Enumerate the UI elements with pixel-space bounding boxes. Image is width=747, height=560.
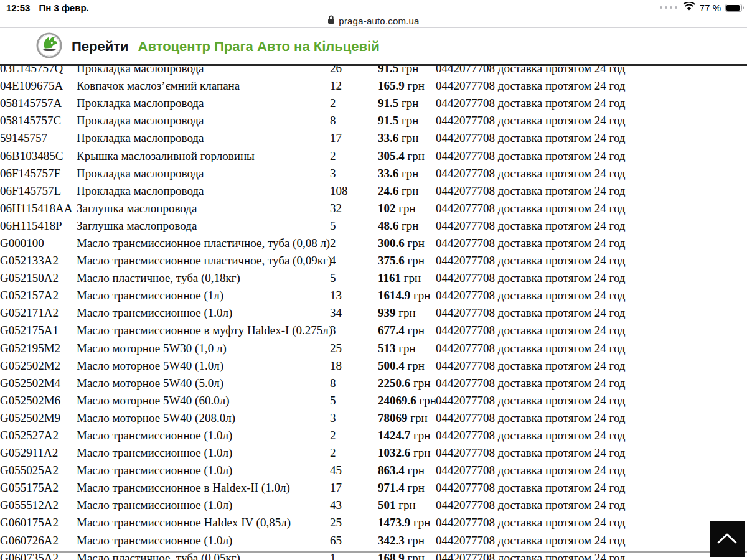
part-price: 48.6 грн <box>378 217 436 235</box>
part-delivery: 0442077708 доставка протягом 24 год <box>436 147 747 164</box>
part-code: G052502M9 <box>0 409 77 427</box>
table-row: G052175A1 Масло трансмиссионное в муфту … <box>0 322 747 339</box>
part-code: G052157A2 <box>0 287 77 304</box>
part-price: 24.6 грн <box>378 182 436 200</box>
parts-table: 03L145757Q Прокладка маслопровода 26 91.… <box>0 60 747 560</box>
part-price: 1424.7 грн <box>378 427 436 444</box>
scroll-to-top-button[interactable] <box>710 521 745 557</box>
part-delivery: 0442077708 доставка протягом 24 год <box>436 322 747 339</box>
part-code: G052502M2 <box>0 357 77 375</box>
part-price: 375.6 грн <box>378 252 436 269</box>
part-qty: 25 <box>330 514 378 531</box>
part-qty: 25 <box>330 340 378 357</box>
part-price: 300.6 грн <box>378 235 436 252</box>
part-delivery: 0442077708 доставка протягом 24 год <box>436 514 747 531</box>
part-delivery: 0442077708 доставка протягом 24 год <box>436 95 747 112</box>
part-code: 058145757C <box>0 112 77 129</box>
part-name: Масло трансмиссионное (1.0л) <box>77 532 330 549</box>
table-row: G052150A2 Масло пластичное, туба (0,18кг… <box>0 269 747 287</box>
table-row: G060726A2 Масло трансмиссионное (1.0л) 6… <box>0 532 747 549</box>
cellular-signal-icon <box>660 6 677 9</box>
part-delivery: 0442077708 доставка протягом 24 год <box>436 392 747 409</box>
part-qty: 5 <box>330 269 378 287</box>
table-row: 06B103485C Крышка маслозаливной горловин… <box>0 147 747 164</box>
table-row: G052502M9 Масло моторное 5W40 (208.0л) 3… <box>0 409 747 427</box>
part-code: G055175A2 <box>0 479 77 497</box>
part-name: Масло трансмиссионное пластичное, туба (… <box>77 252 330 269</box>
parts-table-body: 03L145757Q Прокладка маслопровода 26 91.… <box>0 60 747 560</box>
part-name: Масло трансмиссионное (1.0л) <box>77 304 330 322</box>
part-code: G060726A2 <box>0 532 77 549</box>
part-qty: 43 <box>330 497 378 514</box>
part-code: G052175A1 <box>0 322 77 339</box>
part-name: Масло трансмиссионное в Haldex-II (1.0л) <box>77 479 330 497</box>
status-date: Пн 3 февр. <box>39 2 88 13</box>
browser-address-bar[interactable]: praga-auto.com.ua <box>0 14 747 28</box>
dealer-link[interactable]: Автоцентр Прага Авто на Кільцевій <box>138 39 380 55</box>
part-code: G055512A2 <box>0 497 77 514</box>
table-row: 06H115418AA Заглушка маслопровода 32 102… <box>0 200 747 217</box>
part-price: 677.4 грн <box>378 322 436 339</box>
part-qty: 2 <box>330 444 378 462</box>
part-qty: 2 <box>330 235 378 252</box>
part-price: 78069 грн <box>378 409 436 427</box>
part-delivery: 0442077708 доставка протягом 24 год <box>436 287 747 304</box>
part-qty: 2 <box>330 147 378 164</box>
part-qty: 3 <box>330 165 378 182</box>
skoda-logo[interactable] <box>36 32 62 61</box>
part-price: 513 грн <box>378 340 436 357</box>
part-name: Масло трансмиссионное (1.0л) <box>77 427 330 444</box>
part-qty: 3 <box>330 409 378 427</box>
table-row: G052527A2 Масло трансмиссионное (1.0л) 2… <box>0 427 747 444</box>
site-header: Перейти Автоцентр Прага Авто на Кільцеві… <box>0 29 747 66</box>
status-bar: 12:53 Пн 3 февр. 77 % <box>0 0 747 14</box>
part-code: 06H115418P <box>0 217 77 235</box>
part-code: G052502M4 <box>0 375 77 392</box>
part-name: Масло трансмиссионное в муфту Haldex-I (… <box>77 322 330 339</box>
status-time: 12:53 <box>6 2 30 13</box>
part-delivery: 0442077708 доставка протягом 24 год <box>436 375 747 392</box>
part-code: 04E109675A <box>0 77 77 95</box>
part-code: G060175A2 <box>0 514 77 531</box>
part-name: Масло моторное 5W40 (60.0л) <box>77 392 330 409</box>
part-qty: 34 <box>330 304 378 322</box>
part-name: Масло моторное 5W30 (1,0 л) <box>77 340 330 357</box>
part-qty: 8 <box>330 112 378 129</box>
part-name: Масло моторное 5W40 (1.0л) <box>77 357 330 375</box>
table-row: G000100 Масло трансмиссионное пластичное… <box>0 235 747 252</box>
table-row: G052171A2 Масло трансмиссионное (1.0л) 3… <box>0 304 747 322</box>
table-row: 06F145757L Прокладка маслопровода 108 24… <box>0 182 747 200</box>
wifi-icon <box>683 2 695 13</box>
table-row: G052195M2 Масло моторное 5W30 (1,0 л) 25… <box>0 340 747 357</box>
part-delivery: 0442077708 доставка протягом 24 год <box>436 217 747 235</box>
table-row: 06F145757F Прокладка маслопровода 3 33.6… <box>0 165 747 182</box>
table-row: G052502M4 Масло моторное 5W40 (5.0л) 8 2… <box>0 375 747 392</box>
part-price: 33.6 грн <box>378 165 436 182</box>
part-price: 1614.9 грн <box>378 287 436 304</box>
part-delivery: 0442077708 доставка протягом 24 год <box>436 269 747 287</box>
page-content: 03L145757Q Прокладка маслопровода 26 91.… <box>0 68 747 560</box>
part-price: 971.4 грн <box>378 479 436 497</box>
part-qty: 17 <box>330 479 378 497</box>
go-label: Перейти <box>72 39 129 55</box>
part-price: 501 грн <box>378 497 436 514</box>
url-text: praga-auto.com.ua <box>339 16 419 26</box>
part-qty: 12 <box>330 77 378 95</box>
part-name: Масло трансмиссионное (1.0л) <box>77 444 330 462</box>
table-row: G055025A2 Масло трансмиссионное (1.0л) 4… <box>0 462 747 479</box>
part-code: G052171A2 <box>0 304 77 322</box>
table-row: G052133A2 Масло трансмиссионное пластичн… <box>0 252 747 269</box>
part-name: Прокладка маслопровода <box>77 95 330 112</box>
part-delivery: 0442077708 доставка протягом 24 год <box>436 479 747 497</box>
part-delivery: 0442077708 доставка протягом 24 год <box>436 252 747 269</box>
part-price: 342.3 грн <box>378 532 436 549</box>
part-name: Масло трансмиссионное пластичное, туба (… <box>77 235 330 252</box>
battery-percent: 77 % <box>700 2 721 13</box>
part-qty: 18 <box>330 357 378 375</box>
part-price: 91.5 грн <box>378 112 436 129</box>
part-name: Масло трансмиссионное Haldex IV (0,85л) <box>77 514 330 531</box>
part-price: 863.4 грн <box>378 462 436 479</box>
part-name: Прокладка маслопровода <box>77 112 330 129</box>
part-name: Масло моторное 5W40 (208.0л) <box>77 409 330 427</box>
table-row: 04E109675A Ковпачок маслоз’ємний клапана… <box>0 77 747 95</box>
